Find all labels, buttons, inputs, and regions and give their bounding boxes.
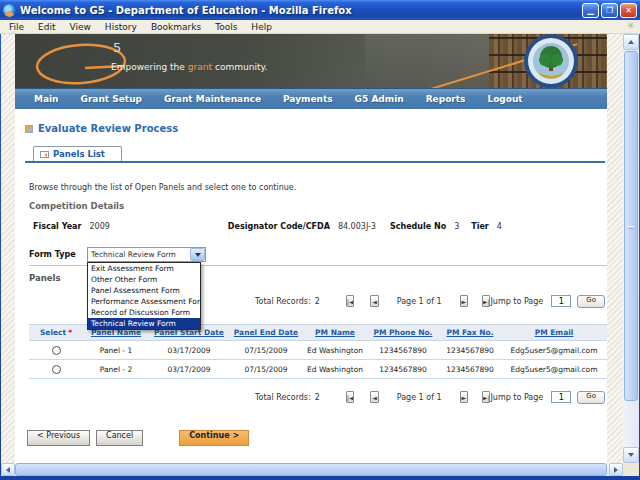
tab-panels-list[interactable]: Panels List bbox=[33, 146, 122, 161]
menu-item-help[interactable]: Help bbox=[244, 22, 279, 32]
dropdown-option-record-of-discussion[interactable]: Record of Discussion Form bbox=[88, 307, 200, 318]
minimize-button[interactable]: ▁ bbox=[582, 3, 599, 18]
restore-button[interactable]: ❐ bbox=[601, 3, 618, 18]
firefox-icon bbox=[3, 4, 16, 17]
dropdown-option-exit-assessment[interactable]: Exit Assessment Form bbox=[88, 263, 200, 274]
menu-item-edit[interactable]: Edit bbox=[31, 22, 62, 32]
pm-email-cell: Edg5user5@gmail.com bbox=[501, 360, 607, 379]
next-page-button[interactable]: ► bbox=[460, 391, 468, 403]
form-type-label: Form Type bbox=[29, 250, 87, 259]
scroll-right-button[interactable] bbox=[609, 463, 623, 476]
end-date-cell: 07/15/2009 bbox=[229, 341, 303, 360]
select-cell bbox=[29, 341, 83, 360]
dropdown-option-technical-review[interactable]: Technical Review Form bbox=[88, 318, 200, 329]
designator-value: 84.003J-3 bbox=[338, 222, 376, 231]
total-records-value: 2 bbox=[315, 297, 320, 306]
jump-to-page-input[interactable] bbox=[551, 295, 571, 307]
menu-item-tools[interactable]: Tools bbox=[208, 22, 244, 32]
pm-email-cell: Edg5user5@gmail.com bbox=[501, 341, 607, 360]
horizontal-scroll-thumb[interactable] bbox=[15, 463, 607, 476]
designator-label: Designator Code/CFDA bbox=[228, 222, 330, 231]
bullet-icon bbox=[25, 125, 33, 133]
previous-page-button[interactable]: ◄ bbox=[370, 391, 378, 403]
fiscal-year-label: Fiscal Year bbox=[33, 222, 81, 231]
menu-item-bookmarks[interactable]: Bookmarks bbox=[144, 22, 208, 32]
schedule-no-label: Schedule No bbox=[390, 222, 446, 231]
nav-item-payments[interactable]: Payments bbox=[272, 94, 344, 104]
nav-item-main[interactable]: Main bbox=[23, 94, 70, 104]
scroll-down-button[interactable] bbox=[623, 447, 639, 463]
page-viewport: 5 Empowering the grant community. bbox=[1, 34, 623, 463]
scroll-up-button[interactable] bbox=[623, 34, 639, 50]
page-title: Evaluate Review Process bbox=[38, 123, 178, 134]
main-nav: Main Grant Setup Grant Maintenance Payme… bbox=[15, 88, 607, 109]
required-marker: * bbox=[68, 328, 72, 337]
dropdown-option-performance-assessment[interactable]: Performance Assessment Form bbox=[88, 296, 200, 307]
panel-radio[interactable] bbox=[52, 346, 61, 355]
pagination-bottom: Total Records:2 |◄ ◄ Page 1 of 1 ► ►| Ju… bbox=[29, 390, 605, 404]
total-records-value: 2 bbox=[315, 393, 320, 402]
col-header-pm-fax[interactable]: PM Fax No. bbox=[439, 325, 501, 341]
go-button[interactable]: Go bbox=[577, 391, 605, 404]
col-header-select: Select* bbox=[29, 325, 83, 341]
tier-value: 4 bbox=[497, 222, 502, 231]
panel-radio[interactable] bbox=[52, 365, 61, 374]
form-type-select[interactable]: Technical Review Form bbox=[87, 247, 206, 262]
nav-item-reports[interactable]: Reports bbox=[415, 94, 477, 104]
col-header-pm-email[interactable]: PM Email bbox=[501, 325, 607, 341]
fiscal-year-value: 2009 bbox=[89, 222, 109, 231]
nav-item-grant-maintenance[interactable]: Grant Maintenance bbox=[153, 94, 272, 104]
previous-page-button[interactable]: ◄ bbox=[370, 295, 378, 307]
first-page-button[interactable]: |◄ bbox=[346, 295, 354, 307]
tagline: Empowering the grant community. bbox=[111, 62, 267, 72]
nav-item-g5-admin[interactable]: G5 Admin bbox=[344, 94, 415, 104]
panel-name-cell: Panel - 2 bbox=[83, 360, 149, 379]
scroll-left-button[interactable] bbox=[1, 463, 15, 476]
next-page-button[interactable]: ► bbox=[460, 295, 468, 307]
pm-name-cell: Ed Washington bbox=[303, 341, 367, 360]
pm-fax-cell: 1234567890 bbox=[439, 341, 501, 360]
select-cell bbox=[29, 360, 83, 379]
horizontal-scrollbar[interactable] bbox=[1, 463, 623, 476]
menu-item-file[interactable]: File bbox=[2, 22, 31, 32]
jump-to-page-input[interactable] bbox=[551, 391, 571, 403]
competition-details-heading: Competition Details bbox=[29, 201, 607, 211]
nav-item-logout[interactable]: Logout bbox=[476, 94, 533, 104]
chalkboard-image bbox=[365, 34, 495, 88]
menu-item-history[interactable]: History bbox=[98, 22, 144, 32]
first-page-button[interactable]: |◄ bbox=[346, 391, 354, 403]
jump-to-page-label: Jump to Page bbox=[490, 297, 543, 306]
browser-window: Welcome to G5 - Department of Education … bbox=[0, 0, 640, 480]
pm-phone-cell: 1234567890 bbox=[367, 341, 439, 360]
end-date-cell: 07/15/2009 bbox=[229, 360, 303, 379]
menu-item-view[interactable]: View bbox=[63, 22, 98, 32]
go-button[interactable]: Go bbox=[577, 295, 605, 308]
tagline-suffix: community. bbox=[215, 62, 267, 72]
nav-item-grant-setup[interactable]: Grant Setup bbox=[70, 94, 153, 104]
col-header-pm-name[interactable]: PM Name bbox=[303, 325, 367, 341]
tab-arrow-icon bbox=[40, 151, 49, 158]
vertical-scrollbar[interactable] bbox=[623, 34, 639, 463]
total-records-label: Total Records: bbox=[255, 297, 311, 306]
start-date-cell: 03/17/2009 bbox=[149, 341, 229, 360]
total-records-label: Total Records: bbox=[255, 393, 311, 402]
title-bar: Welcome to G5 - Department of Education … bbox=[0, 0, 640, 20]
tab-label: Panels List bbox=[53, 149, 105, 159]
dropdown-option-other-other[interactable]: Other Other Form bbox=[88, 274, 200, 285]
tab-strip: Panels List bbox=[25, 146, 605, 163]
pm-phone-cell: 1234567890 bbox=[367, 360, 439, 379]
vertical-scroll-thumb[interactable] bbox=[624, 51, 638, 401]
continue-button[interactable]: Continue > bbox=[179, 430, 249, 446]
col-header-pm-phone[interactable]: PM Phone No. bbox=[367, 325, 439, 341]
dropdown-option-panel-assessment[interactable]: Panel Assessment Form bbox=[88, 285, 200, 296]
instruction-text: Browse through the list of Open Panels a… bbox=[29, 183, 607, 192]
content-area: Evaluate Review Process Panels List Brow… bbox=[15, 109, 607, 463]
cancel-button[interactable]: Cancel bbox=[96, 430, 143, 446]
pm-name-cell: Ed Washington bbox=[303, 360, 367, 379]
col-header-panel-end-date[interactable]: Panel End Date bbox=[229, 325, 303, 341]
form-type-row: Form Type Technical Review Form Exit Ass… bbox=[29, 247, 607, 262]
competition-details-row: Fiscal Year 2009 Designator Code/CFDA 84… bbox=[33, 222, 607, 231]
chevron-down-icon[interactable] bbox=[190, 248, 205, 261]
previous-button[interactable]: < Previous bbox=[27, 430, 90, 446]
close-button[interactable]: ✕ bbox=[620, 3, 637, 18]
